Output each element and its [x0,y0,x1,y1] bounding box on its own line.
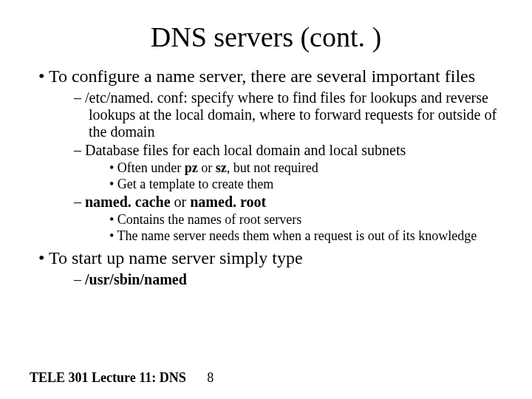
bullet-l1: To start up name server simply type /usr… [38,248,502,288]
bullet-l3: Contains the names of root servers [109,212,502,228]
bullet-text: Contains the names of root servers [117,212,301,227]
bullet-text: To start up name server simply type [49,248,303,267]
bold-text: sz [216,160,227,175]
bullet-l2: /etc/named. conf: specify where to find … [74,89,502,140]
bullet-text: or [171,194,191,210]
bold-text: /usr/sbin/named [85,271,187,287]
bullet-text: /etc/named. conf: specify where to find … [85,89,497,140]
bullet-text: Database files for each local domain and… [85,142,406,158]
bold-text: pz [185,160,198,175]
bullet-l3: Often under pz or sz, but not required [109,160,502,176]
bullet-l2: named. cache or named. root Contains the… [74,194,502,244]
slide-title: DNS servers (cont. ) [30,21,502,53]
bullet-text: To configure a name server, there are se… [49,66,475,86]
bullet-text: The name server needs them when a reques… [117,228,477,243]
bullet-text: or [198,160,216,175]
page-number: 8 [207,370,214,386]
bullet-l3: Get a template to create them [109,177,502,192]
bullet-list-level2: /usr/sbin/named [55,271,502,288]
bullet-l3: The name server needs them when a reques… [109,228,502,244]
slide-footer: TELE 301 Lecture 11: DNS 8 [30,370,214,386]
bullet-list-level3: Often under pz or sz, but not required G… [89,160,502,192]
bullet-list-level1: To configure a name server, there are se… [30,66,502,288]
footer-text: TELE 301 Lecture 11: DNS [30,370,186,385]
bullet-l1: To configure a name server, there are se… [38,66,502,244]
bold-text: named. root [190,194,266,210]
bullet-list-level2: /etc/named. conf: specify where to find … [55,89,502,244]
slide: DNS servers (cont. ) To configure a name… [0,0,532,399]
bold-text: named. cache [85,194,171,210]
bullet-text: Often under [117,160,185,175]
bullet-l2: /usr/sbin/named [74,271,502,288]
bullet-text: Get a template to create them [117,177,273,191]
bullet-l2: Database files for each local domain and… [74,142,502,192]
bullet-list-level3: Contains the names of root servers The n… [89,212,502,244]
bullet-text: , but not required [227,160,318,175]
